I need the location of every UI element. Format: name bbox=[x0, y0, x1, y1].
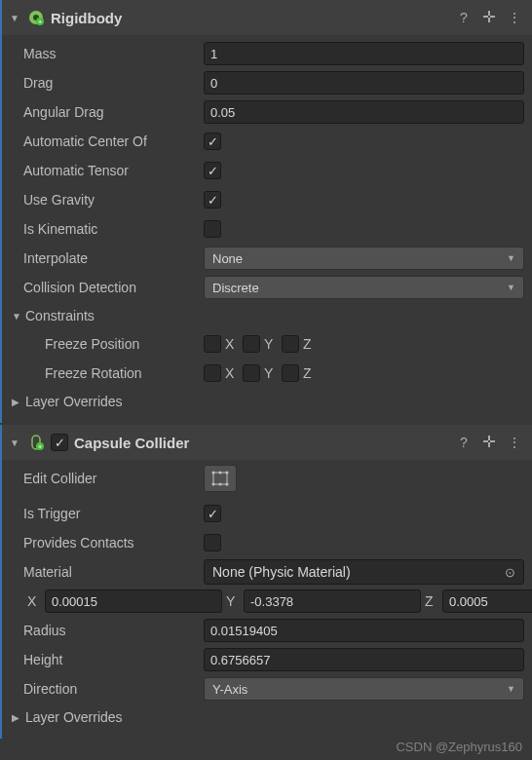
svg-point-17 bbox=[226, 472, 229, 475]
freeze-rot-y-checkbox[interactable] bbox=[243, 364, 260, 382]
axis-z-label: Z bbox=[303, 365, 317, 381]
preset-icon[interactable] bbox=[479, 435, 499, 451]
drag-input[interactable] bbox=[204, 71, 524, 95]
foldout-icon[interactable]: ▼ bbox=[10, 437, 21, 448]
svg-point-16 bbox=[212, 472, 215, 475]
svg-point-19 bbox=[226, 483, 229, 486]
drag-label: Drag bbox=[10, 75, 200, 91]
svg-text:+: + bbox=[38, 18, 43, 26]
layer-overrides-section[interactable]: ▶ Layer Overrides bbox=[10, 703, 524, 731]
gravity-label: Use Gravity bbox=[10, 192, 200, 208]
layer-overrides-label: Layer Overrides bbox=[25, 394, 123, 409]
svg-point-18 bbox=[212, 483, 215, 486]
edit-collider-button[interactable] bbox=[204, 465, 237, 492]
axis-x-label: X bbox=[225, 336, 239, 352]
chevron-down-icon: ▼ bbox=[507, 283, 515, 292]
material-label: Material bbox=[10, 564, 200, 580]
menu-icon[interactable]: ⋮ bbox=[505, 435, 524, 450]
svg-rect-11 bbox=[483, 440, 488, 442]
watermark: CSDN @Zephyrus160 bbox=[396, 740, 522, 754]
auto-com-checkbox[interactable] bbox=[204, 133, 221, 150]
svg-rect-4 bbox=[483, 16, 488, 18]
object-picker-icon[interactable]: ⊙ bbox=[505, 565, 515, 580]
menu-icon[interactable]: ⋮ bbox=[505, 10, 524, 25]
auto-com-label: Automatic Center Of bbox=[10, 133, 200, 149]
foldout-icon[interactable]: ▶ bbox=[10, 397, 21, 407]
rigidbody-component: ▼ + Rigidbody ? ⋮ Mass Drag Angular Drag… bbox=[0, 0, 532, 423]
is-trigger-checkbox[interactable] bbox=[204, 505, 221, 522]
material-value: None (Physic Material) bbox=[212, 564, 351, 580]
axis-x-label: X bbox=[27, 593, 41, 609]
constraints-section[interactable]: ▼ Constraints bbox=[10, 302, 524, 329]
svg-text:+: + bbox=[38, 442, 43, 451]
preset-icon[interactable] bbox=[479, 10, 499, 26]
rigidbody-title: Rigidbody bbox=[51, 10, 448, 26]
freeze-rot-x-checkbox[interactable] bbox=[204, 364, 221, 382]
svg-point-20 bbox=[219, 472, 222, 475]
capsule-collider-component: ▼ + Capsule Collider ? ⋮ Edit Collider I… bbox=[0, 425, 532, 739]
interpolate-dropdown[interactable]: None ▼ bbox=[204, 247, 524, 270]
center-y-input[interactable] bbox=[244, 589, 421, 613]
angular-drag-input[interactable] bbox=[204, 100, 524, 124]
radius-input[interactable] bbox=[204, 619, 524, 642]
auto-tensor-label: Automatic Tensor bbox=[10, 163, 200, 178]
collision-detection-value: Discrete bbox=[212, 281, 259, 295]
svg-rect-7 bbox=[488, 18, 490, 22]
axis-y-label: Y bbox=[264, 336, 278, 352]
axis-z-label: Z bbox=[425, 593, 438, 609]
freeze-position-label: Freeze Position bbox=[10, 336, 200, 352]
freeze-pos-x-checkbox[interactable] bbox=[204, 335, 221, 353]
mass-input[interactable] bbox=[204, 42, 524, 65]
svg-point-21 bbox=[219, 483, 222, 486]
kinematic-checkbox[interactable] bbox=[204, 220, 221, 238]
layer-overrides-label: Layer Overrides bbox=[25, 709, 123, 725]
interpolate-value: None bbox=[212, 251, 243, 266]
axis-y-label: Y bbox=[226, 593, 240, 609]
component-enabled-checkbox[interactable] bbox=[51, 434, 68, 451]
rigidbody-body: Mass Drag Angular Drag Automatic Center … bbox=[2, 35, 532, 423]
provides-contacts-checkbox[interactable] bbox=[204, 534, 221, 551]
capsule-body: Edit Collider Is Trigger Provides Contac… bbox=[2, 460, 532, 739]
freeze-rot-z-checkbox[interactable] bbox=[282, 364, 299, 382]
foldout-icon[interactable]: ▼ bbox=[10, 13, 21, 23]
svg-rect-6 bbox=[488, 11, 490, 16]
layer-overrides-section[interactable]: ▶ Layer Overrides bbox=[10, 388, 524, 415]
foldout-icon[interactable]: ▼ bbox=[10, 311, 21, 322]
svg-rect-15 bbox=[213, 473, 227, 484]
center-x-input[interactable] bbox=[45, 589, 222, 613]
freeze-pos-y-checkbox[interactable] bbox=[243, 335, 260, 353]
capsule-title: Capsule Collider bbox=[74, 435, 448, 451]
svg-rect-5 bbox=[490, 16, 495, 18]
is-trigger-label: Is Trigger bbox=[10, 506, 200, 521]
collision-detection-label: Collision Detection bbox=[10, 280, 200, 295]
capsule-header[interactable]: ▼ + Capsule Collider ? ⋮ bbox=[2, 425, 532, 460]
axis-x-label: X bbox=[225, 365, 239, 381]
foldout-icon[interactable]: ▶ bbox=[10, 712, 21, 723]
svg-rect-14 bbox=[488, 442, 490, 447]
help-icon[interactable]: ? bbox=[454, 435, 474, 450]
height-label: Height bbox=[10, 652, 200, 667]
capsule-collider-icon: + bbox=[27, 434, 45, 451]
material-field[interactable]: None (Physic Material) ⊙ bbox=[204, 559, 524, 585]
center-z-input[interactable] bbox=[442, 589, 532, 613]
svg-rect-13 bbox=[488, 436, 490, 440]
center-label: Center bbox=[10, 593, 23, 609]
edit-collider-label: Edit Collider bbox=[10, 471, 200, 486]
kinematic-label: Is Kinematic bbox=[10, 221, 200, 237]
direction-label: Direction bbox=[10, 681, 200, 697]
freeze-pos-z-checkbox[interactable] bbox=[282, 335, 299, 353]
gravity-checkbox[interactable] bbox=[204, 191, 221, 209]
freeze-rotation-label: Freeze Rotation bbox=[10, 365, 200, 381]
auto-tensor-checkbox[interactable] bbox=[204, 162, 221, 179]
collision-detection-dropdown[interactable]: Discrete ▼ bbox=[204, 276, 524, 299]
constraints-label: Constraints bbox=[25, 308, 95, 323]
help-icon[interactable]: ? bbox=[454, 10, 474, 25]
height-input[interactable] bbox=[204, 648, 524, 671]
rigidbody-icon: + bbox=[27, 9, 45, 26]
angular-drag-label: Angular Drag bbox=[10, 104, 200, 120]
interpolate-label: Interpolate bbox=[10, 250, 200, 266]
chevron-down-icon: ▼ bbox=[507, 253, 515, 263]
direction-dropdown[interactable]: Y-Axis ▼ bbox=[204, 677, 524, 701]
rigidbody-header[interactable]: ▼ + Rigidbody ? ⋮ bbox=[2, 0, 532, 35]
provides-contacts-label: Provides Contacts bbox=[10, 535, 200, 551]
